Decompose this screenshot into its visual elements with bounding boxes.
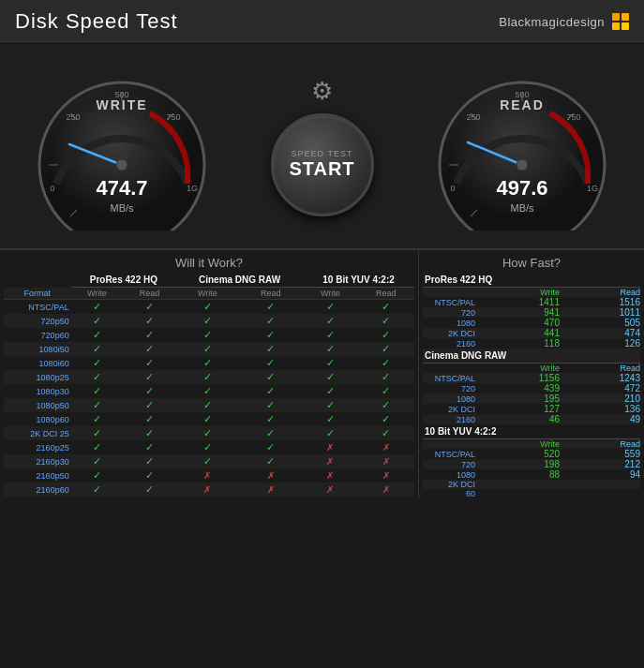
write-value: 1156 [479,373,560,383]
check-cell: ✗ [303,454,358,468]
section-label: 10 Bit YUV 4:2:2 [423,424,640,439]
format-cell: 60 [423,489,479,498]
table-row: 1080470505 [423,318,640,328]
check-cell: ✓ [239,440,304,454]
check-cell: ✓ [303,328,358,342]
yuv-write-header: Write [303,288,358,300]
table-row: NTSC/PAL11561243 [423,373,640,383]
check-cell: ✓ [123,328,176,342]
check-cell: ✓ [239,384,304,398]
check-cell: ✓ [71,454,123,468]
format-cell: 2K DCI [423,328,479,338]
table-row: NTSC/PAL14111516 [423,297,640,307]
check-cell: ✗ [176,482,239,497]
read-col-header: Read [560,364,640,374]
write-col-header: Write [479,364,560,374]
check-cell: ✓ [358,342,414,356]
write-unit: MB/s [28,202,216,214]
check-cell: ✓ [123,370,176,384]
format-cell: 720 [423,459,479,469]
table-row: 1080p60✓✓✓✓✓✓ [4,412,414,426]
read-value: 559 [560,449,640,459]
check-cell: ✓ [303,342,358,356]
check-cell: ✓ [358,314,414,328]
format-cell: 2K DCI 25 [4,426,71,440]
speed-test-label: SPEED TEST [292,149,353,158]
check-cell: ✗ [176,468,239,482]
table-row: 2K DCI441474 [423,328,640,338]
table-row: 1080195210 [423,393,640,404]
write-value: 441 [479,328,560,338]
check-cell: ✓ [71,314,123,328]
table-row: 60 [423,489,640,498]
svg-point-8 [116,159,127,171]
prores-read-header: Read [123,288,176,300]
check-cell: ✓ [358,412,414,426]
check-cell: ✓ [176,300,239,315]
format-cell: 720p60 [4,328,71,342]
check-cell: ✓ [303,426,358,440]
app-header: Disk Speed Test Blackmagicdesign [0,0,644,44]
check-cell: ✓ [123,300,176,315]
check-cell: ✓ [71,370,123,384]
check-cell: ✓ [123,482,176,497]
format-cell: 720 [423,307,479,318]
col-yuv-header: 10 Bit YUV 4:2:2 [303,273,414,288]
format-cell: 1080 [423,393,479,404]
will-it-work-section: Will it Work? ProRes 422 HQ Cinema DNG R… [0,250,419,498]
check-cell: ✓ [71,300,123,315]
format-col-header: Format [4,288,71,300]
table-row: NTSC/PAL520559 [423,449,640,459]
check-cell: ✓ [123,468,176,482]
read-value: 474 [560,328,640,338]
check-cell: ✓ [123,398,176,412]
how-fast-section: How Fast? ProRes 422 HQWriteReadNTSC/PAL… [419,250,644,498]
table-row: NTSC/PAL✓✓✓✓✓✓ [4,300,414,315]
read-label: READ [428,97,616,112]
start-button[interactable]: SPEED TEST START [271,113,374,216]
table-row: 2160118126 [423,338,640,349]
format-cell: 2160p50 [4,468,71,482]
read-value: 49 [560,414,640,424]
check-cell: ✗ [358,440,414,454]
check-cell: ✓ [358,426,414,440]
check-cell: ✓ [303,398,358,412]
format-cell: 2K DCI [423,480,479,489]
check-cell: ✓ [239,426,304,440]
format-cell: 720 [423,383,479,393]
check-cell: ✓ [71,468,123,482]
table-row: 2K DCI 25✓✓✓✓✓✓ [4,426,414,440]
check-cell: ✓ [176,356,239,370]
brand-logo: Blackmagicdesign [499,13,629,30]
write-value [479,480,560,489]
read-value: 212 [560,459,640,469]
yuv-read-header: Read [358,288,414,300]
check-cell: ✓ [71,482,123,497]
table-row: 1080i50✓✓✓✓✓✓ [4,342,414,356]
write-value: 439 [479,383,560,393]
check-cell: ✓ [176,426,239,440]
format-cell: 2160p60 [4,482,71,497]
check-cell: ✓ [303,356,358,370]
gear-icon[interactable]: ⚙ [311,77,333,106]
cinema-write-header: Write [176,288,239,300]
check-cell: ✓ [176,454,239,468]
read-value: 210 [560,393,640,404]
prores-write-header: Write [71,288,123,300]
check-cell: ✓ [71,384,123,398]
check-cell: ✓ [358,356,414,370]
check-cell: ✓ [176,328,239,342]
read-value: 497.6 [428,176,616,200]
table-row: 720p60✓✓✓✓✓✓ [4,328,414,342]
table-row: 7209411011 [423,307,640,318]
write-value [479,489,560,498]
section-label: ProRes 422 HQ [423,273,640,288]
check-cell: ✗ [239,482,304,497]
check-cell: ✓ [239,342,304,356]
write-value: 198 [479,459,560,469]
format-cell: 1080i50 [4,342,71,356]
format-cell: 2160 [423,338,479,349]
check-cell: ✓ [239,412,304,426]
check-cell: ✓ [176,398,239,412]
write-value: 127 [479,404,560,414]
